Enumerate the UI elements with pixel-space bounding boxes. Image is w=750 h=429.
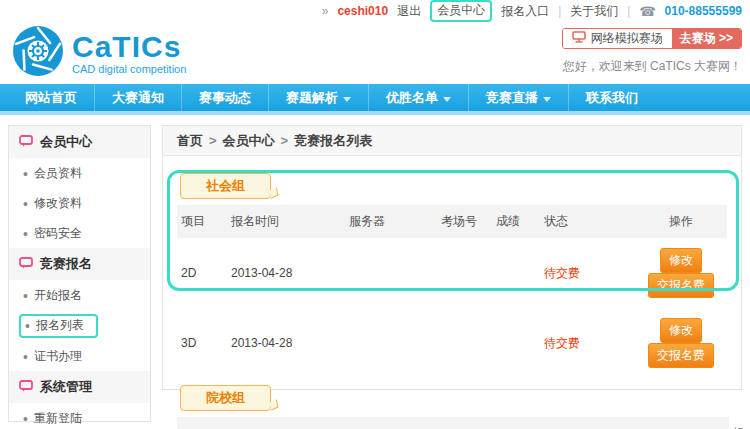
sim-arena-label: 网络模拟赛场 [591, 30, 663, 47]
table-header-row: 项目报名时间服务器考场号成绩状态操作 [177, 205, 727, 238]
site-logo[interactable]: CaTICs CAD digital competition [12, 25, 186, 81]
sidebar-item-label: 修改资料 [34, 195, 82, 212]
nav-item-label: 大赛通知 [112, 89, 164, 107]
modify-button[interactable]: 修改 [660, 248, 702, 273]
column-header-ID: ID [177, 417, 209, 429]
chevron-down-icon [443, 97, 451, 102]
column-header-服务器: 服务器 [519, 417, 591, 429]
sidebar-item-证书办理[interactable]: •证书办理 [9, 341, 150, 371]
column-header-成绩: 成绩 [492, 205, 540, 238]
logout-link[interactable]: 退出 [397, 3, 421, 20]
nav-item-赛题解析[interactable]: 赛题解析 [268, 84, 368, 111]
go-arena-button[interactable]: 去赛场 >> [672, 29, 741, 48]
sidebar-item-label: 密码安全 [34, 225, 82, 242]
breadcrumb: 首页>会员中心>竞赛报名列表 [163, 126, 741, 156]
bullet-icon: • [23, 229, 28, 239]
page-content: 会员中心•会员资料•修改资料•密码安全竞赛报名•开始报名•报名列表•证书办理系统… [0, 115, 750, 429]
column-header-状态: 状态 [683, 417, 729, 429]
breadcrumb-part-竞赛报名列表[interactable]: 竞赛报名列表 [294, 132, 372, 150]
main-panel: 首页>会员中心>竞赛报名列表 社会组项目报名时间服务器考场号成绩状态操作2D20… [162, 125, 742, 390]
column-header-项目: 项目 [177, 205, 227, 238]
modify-button[interactable]: 修改 [660, 318, 702, 343]
table-cell: 2013-04-28 [227, 308, 345, 378]
sidebar-item-highlight: •报名列表 [19, 314, 98, 338]
bullet-icon: • [25, 321, 30, 331]
breadcrumb-part-首页[interactable]: 首页 [177, 132, 203, 150]
sidebar-item-报名列表[interactable]: •报名列表 [9, 310, 150, 341]
top-utility-bar: » ceshi010 退出 会员中心 报名入口 | 关于我们 | ☎ 010-8… [0, 0, 750, 22]
sidebar-item-修改资料[interactable]: •修改资料 [9, 188, 150, 218]
sidebar-item-密码安全[interactable]: •密码安全 [9, 218, 150, 248]
nav-item-大赛通知[interactable]: 大赛通知 [94, 84, 181, 111]
nav-item-label: 联系我们 [586, 89, 638, 107]
sidebar-item-label: 证书办理 [34, 348, 82, 365]
nav-item-label: 优胜名单 [386, 89, 438, 107]
table-row: 2D2013-04-28待交费修改交报名费 [177, 238, 727, 308]
group-tab-院校组[interactable]: 院校组 [180, 385, 271, 411]
sim-arena-button[interactable]: 网络模拟赛场 [563, 29, 672, 48]
chevron-down-icon [543, 97, 551, 102]
logo-subtitle: CAD digital competition [72, 63, 186, 75]
sidebar-section-会员中心: 会员中心 [9, 126, 150, 158]
bullet-icon: • [23, 352, 28, 362]
logo-title: CaTICs [72, 32, 186, 62]
chat-bubble-icon [19, 257, 33, 272]
monitor-icon [572, 31, 586, 46]
table-cell [345, 308, 437, 378]
sidebar-item-label: 会员资料 [34, 165, 82, 182]
about-us-link[interactable]: 关于我们 [570, 3, 618, 20]
breadcrumb-separator: > [209, 133, 217, 148]
chat-bubble-icon [19, 135, 33, 150]
member-center-link[interactable]: 会员中心 [430, 0, 492, 22]
table-cell [437, 238, 492, 308]
nav-item-优胜名单[interactable]: 优胜名单 [368, 84, 468, 111]
pay-fee-button[interactable]: 交报名费 [648, 273, 714, 298]
column-header-操作: 操作 [635, 205, 727, 238]
pay-fee-button[interactable]: 交报名费 [648, 343, 714, 368]
sidebar-section-竞赛报名: 竞赛报名 [9, 248, 150, 280]
chevron-down-icon [343, 97, 351, 102]
registration-lists: 社会组项目报名时间服务器考场号成绩状态操作2D2013-04-28待交费修改交报… [163, 156, 741, 429]
sidebar-item-会员资料[interactable]: •会员资料 [9, 158, 150, 188]
nav-item-网站首页[interactable]: 网站首页 [8, 84, 94, 111]
sidebar-section-title: 竞赛报名 [40, 255, 92, 273]
separator: | [558, 4, 561, 18]
bullet-icon: • [23, 291, 28, 301]
table-cell: 2D [177, 238, 227, 308]
column-header-状态: 状态 [540, 205, 635, 238]
column-header-项目: 项目 [389, 417, 427, 429]
phone-number: 010-88555599 [665, 4, 742, 18]
status-badge: 待交费 [544, 336, 580, 350]
column-header-时段: 时段 [427, 417, 519, 429]
column-header-考场号: 考场号 [591, 417, 643, 429]
sidebar-item-重新登陆[interactable]: •重新登陆 [9, 403, 150, 429]
username-prefix: » [322, 4, 329, 18]
actions-cell: 修改交报名费 [635, 308, 727, 378]
sidebar-item-label: 重新登陆 [34, 410, 82, 427]
main-nav: 网站首页大赛通知赛事动态赛题解析优胜名单竞赛直播联系我们 [0, 84, 750, 111]
breadcrumb-part-会员中心[interactable]: 会员中心 [223, 132, 275, 150]
status-badge: 待交费 [544, 266, 580, 280]
nav-item-联系我们[interactable]: 联系我们 [568, 84, 655, 111]
status-cell: 待交费 [540, 308, 635, 378]
bullet-icon: • [23, 414, 28, 424]
breadcrumb-separator: > [281, 133, 289, 148]
nav-item-赛事动态[interactable]: 赛事动态 [181, 84, 268, 111]
nav-item-label: 竞赛直播 [486, 89, 538, 107]
bullet-icon: • [23, 199, 28, 209]
table-cell [345, 238, 437, 308]
table-cell [437, 308, 492, 378]
nav-item-label: 网站首页 [25, 89, 77, 107]
column-header-服务器: 服务器 [345, 205, 437, 238]
sidebar-item-开始报名[interactable]: •开始报名 [9, 280, 150, 310]
table-cell [492, 308, 540, 378]
separator: | [627, 4, 630, 18]
logo-shutter-icon [12, 25, 64, 81]
sidebar-section-title: 系统管理 [40, 378, 92, 396]
nav-item-竞赛直播[interactable]: 竞赛直播 [468, 84, 568, 111]
signup-entry-link[interactable]: 报名入口 [501, 3, 549, 20]
username-label: ceshi010 [337, 4, 388, 18]
actions-cell: 修改交报名费 [635, 238, 727, 308]
table-cell [492, 238, 540, 308]
group-tab-社会组[interactable]: 社会组 [180, 173, 271, 199]
